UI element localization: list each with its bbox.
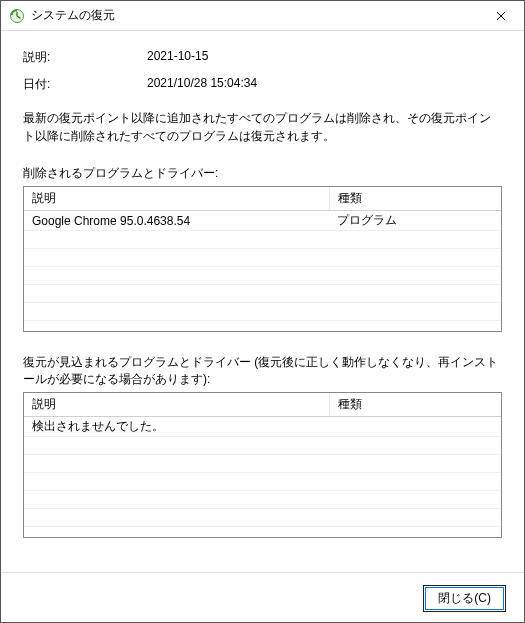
column-header-description[interactable]: 説明 (24, 393, 329, 417)
description-label: 説明: (23, 49, 147, 66)
content-area: 説明: 2021-10-15 日付: 2021/10/28 15:04:34 最… (1, 31, 524, 572)
info-text: 最新の復元ポイント以降に追加されたすべてのプログラムは削除され、その復元ポイント… (23, 109, 502, 145)
table-row (24, 473, 501, 491)
table-row[interactable]: Google Chrome 95.0.4638.54 プログラム (24, 211, 501, 231)
titlebar: システムの復元 (1, 1, 524, 31)
table-row (24, 509, 501, 527)
table-row: 検出されませんでした。 (24, 417, 501, 437)
description-row: 説明: 2021-10-15 (23, 49, 502, 66)
table-row (24, 455, 501, 473)
window-title: システムの復元 (31, 7, 478, 24)
close-dialog-button[interactable]: 閉じる(C) (423, 585, 506, 612)
restored-programs-label: 復元が見込まれるプログラムとドライバー (復元後に正しく動作しなくなり、再インス… (23, 354, 502, 388)
removed-programs-label: 削除されるプログラムとドライバー: (23, 165, 502, 182)
table-row (24, 285, 501, 303)
table-row (24, 249, 501, 267)
column-header-type[interactable]: 種類 (329, 187, 501, 211)
table-row (24, 437, 501, 455)
cell-type: プログラム (329, 211, 501, 231)
close-button[interactable] (478, 1, 524, 31)
description-value: 2021-10-15 (147, 49, 208, 66)
none-detected-text: 検出されませんでした。 (24, 417, 501, 437)
table-row (24, 267, 501, 285)
table-row (24, 231, 501, 249)
cell-description: Google Chrome 95.0.4638.54 (24, 211, 329, 231)
date-row: 日付: 2021/10/28 15:04:34 (23, 76, 502, 93)
date-label: 日付: (23, 76, 147, 93)
column-header-description[interactable]: 説明 (24, 187, 329, 211)
close-icon (496, 11, 506, 21)
system-restore-icon (9, 8, 25, 24)
table-row (24, 303, 501, 321)
removed-programs-table[interactable]: 説明 種類 Google Chrome 95.0.4638.54 プログラム (23, 186, 502, 332)
restored-programs-table[interactable]: 説明 種類 検出されませんでした。 (23, 392, 502, 538)
footer: 閉じる(C) (1, 572, 524, 623)
column-header-type[interactable]: 種類 (329, 393, 501, 417)
date-value: 2021/10/28 15:04:34 (147, 76, 257, 93)
table-row (24, 491, 501, 509)
